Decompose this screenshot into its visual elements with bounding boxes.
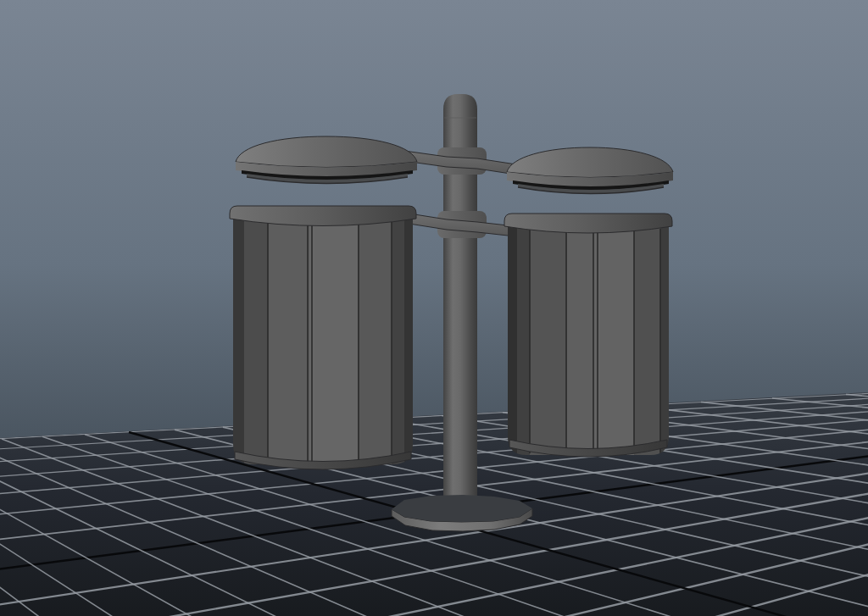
left-bin bbox=[230, 206, 416, 469]
right-bin-facet bbox=[517, 225, 530, 455]
right-bin-body bbox=[508, 225, 669, 455]
left-bin-facet bbox=[244, 217, 268, 464]
right-bin-facet bbox=[594, 225, 634, 455]
left-bin-facet bbox=[233, 217, 244, 464]
right-bin-top-rim bbox=[504, 214, 672, 233]
right-bin-facet bbox=[567, 225, 594, 455]
left-bin-facet bbox=[309, 217, 358, 464]
right-bin-facet bbox=[634, 225, 660, 455]
right-bin bbox=[504, 214, 672, 457]
left-bin-facet bbox=[392, 217, 404, 464]
right-bin-facet bbox=[508, 225, 517, 455]
right-lid bbox=[507, 147, 673, 194]
left-bin-body bbox=[233, 217, 413, 464]
right-bin-facet bbox=[530, 225, 567, 455]
left-bin-facet bbox=[404, 217, 413, 464]
left-bin-facet bbox=[268, 217, 309, 464]
right-bin-facet bbox=[660, 225, 669, 455]
scene-canvas bbox=[0, 0, 868, 616]
left-lid bbox=[236, 136, 417, 184]
left-bin-facet bbox=[358, 217, 392, 464]
3d-viewport[interactable] bbox=[0, 0, 868, 616]
